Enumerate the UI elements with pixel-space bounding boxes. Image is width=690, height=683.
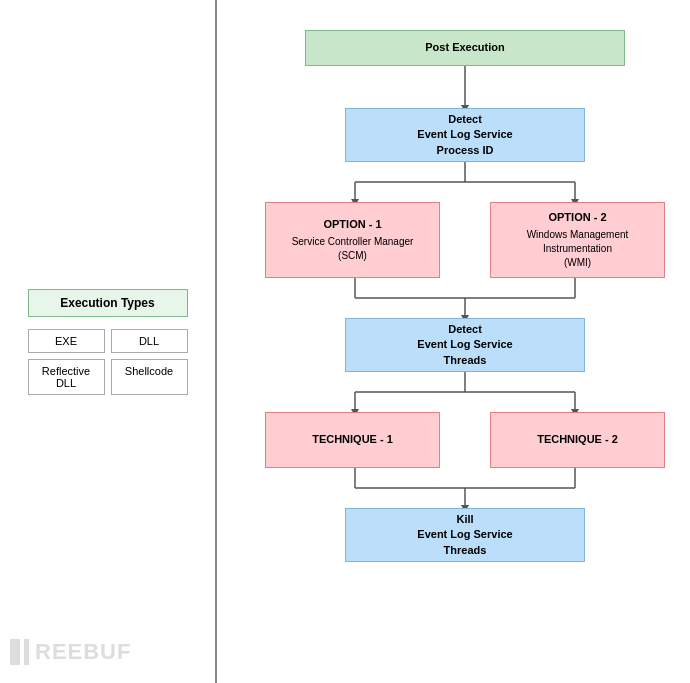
- post-execution-box: Post Execution: [305, 30, 625, 66]
- detect-pid-box: Detect Event Log Service Process ID: [345, 108, 585, 162]
- option2-desc: Windows Management Instrumentation(WMI): [501, 228, 654, 270]
- exec-type-dll: DLL: [111, 329, 188, 353]
- kill-threads-label: Kill Event Log Service Threads: [417, 512, 512, 558]
- execution-types-box: Execution Types: [28, 289, 188, 317]
- technique1-box: TECHNIQUE - 1: [265, 412, 440, 468]
- detect-threads-box: Detect Event Log Service Threads: [345, 318, 585, 372]
- execution-types-label: Execution Types: [60, 296, 154, 310]
- option2-title: OPTION - 2: [548, 210, 606, 225]
- left-panel: Execution Types EXE DLL Reflective DLL S…: [0, 0, 215, 683]
- option1-title: OPTION - 1: [323, 217, 381, 232]
- page-container: Execution Types EXE DLL Reflective DLL S…: [0, 0, 690, 683]
- kill-threads-box: Kill Event Log Service Threads: [345, 508, 585, 562]
- detect-threads-label: Detect Event Log Service Threads: [417, 322, 512, 368]
- technique2-label: TECHNIQUE - 2: [537, 432, 618, 447]
- right-panel: Post Execution Detect Event Log Service …: [215, 0, 690, 683]
- option2-box: OPTION - 2 Windows Management Instrument…: [490, 202, 665, 278]
- post-execution-label: Post Execution: [425, 40, 504, 55]
- technique1-label: TECHNIQUE - 1: [312, 432, 393, 447]
- exec-type-exe: EXE: [28, 329, 105, 353]
- option1-desc: Service Controller Manager(SCM): [292, 235, 414, 263]
- exec-type-grid: EXE DLL Reflective DLL Shellcode: [28, 329, 188, 395]
- freebuf-watermark: REEBUF: [10, 639, 131, 665]
- technique2-box: TECHNIQUE - 2: [490, 412, 665, 468]
- detect-pid-label: Detect Event Log Service Process ID: [417, 112, 512, 158]
- option1-box: OPTION - 1 Service Controller Manager(SC…: [265, 202, 440, 278]
- exec-type-shellcode: Shellcode: [111, 359, 188, 395]
- exec-type-reflective-dll: Reflective DLL: [28, 359, 105, 395]
- flowchart-wrapper: Post Execution Detect Event Log Service …: [245, 20, 685, 640]
